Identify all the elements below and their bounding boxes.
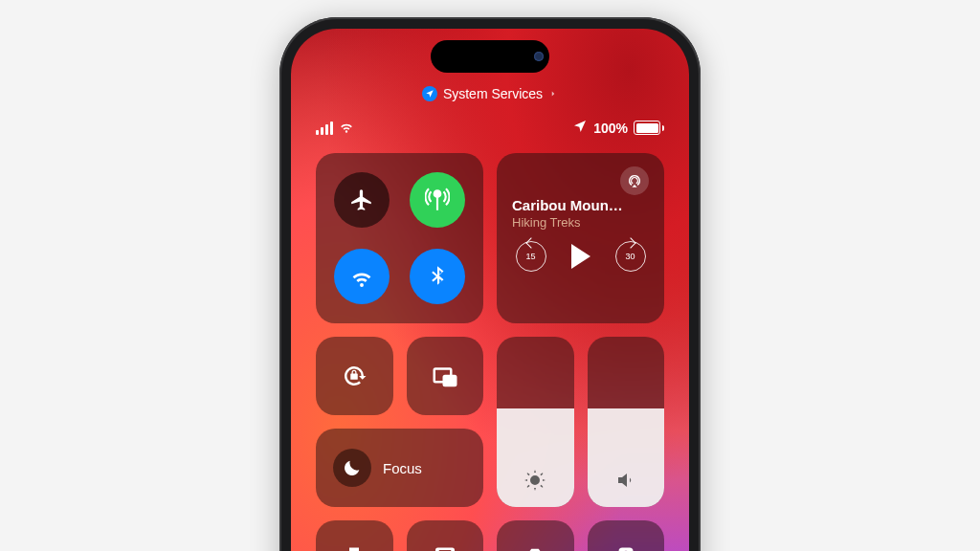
media-title: Caribou Moun… xyxy=(512,197,649,213)
airplane-icon xyxy=(349,187,374,212)
focus-button[interactable]: Focus xyxy=(316,429,483,507)
wifi-icon xyxy=(349,264,374,289)
screen-mirroring-button[interactable] xyxy=(407,337,484,415)
bluetooth-toggle[interactable] xyxy=(410,249,465,304)
cellular-signal-icon xyxy=(316,121,333,135)
status-bar: 100% xyxy=(316,119,664,137)
screen-mirroring-icon xyxy=(431,362,459,390)
focus-label: Focus xyxy=(383,460,422,476)
wifi-status-icon xyxy=(339,119,354,137)
moon-icon xyxy=(333,449,371,487)
brightness-slider[interactable] xyxy=(497,337,574,507)
wifi-toggle[interactable] xyxy=(334,249,390,304)
flashlight-button[interactable] xyxy=(316,520,393,551)
location-status-icon xyxy=(572,119,588,137)
chevron-right-icon xyxy=(548,86,558,101)
location-arrow-icon xyxy=(422,86,437,101)
camera-button[interactable] xyxy=(497,520,574,551)
skip-back-label: 15 xyxy=(525,252,535,261)
sun-icon xyxy=(523,469,546,492)
orientation-lock-toggle[interactable] xyxy=(316,337,393,415)
speaker-icon xyxy=(614,469,637,492)
orientation-lock-icon xyxy=(340,362,368,390)
airplay-icon xyxy=(627,173,642,188)
location-banner-label: System Services xyxy=(443,86,543,101)
play-button[interactable] xyxy=(571,244,590,269)
stage: System Services 100% xyxy=(0,0,980,551)
phone-frame: System Services 100% xyxy=(279,17,701,551)
tv-remote-icon xyxy=(612,545,640,551)
location-banner[interactable]: System Services xyxy=(291,86,689,101)
airplay-button[interactable] xyxy=(620,166,649,195)
control-center-grid: Caribou Moun… Hiking Treks 15 30 xyxy=(316,153,664,551)
now-playing-tile[interactable]: Caribou Moun… Hiking Treks 15 30 xyxy=(497,153,664,323)
connectivity-group[interactable] xyxy=(316,153,483,323)
dynamic-island xyxy=(431,40,549,73)
skip-forward-button[interactable]: 30 xyxy=(615,241,646,272)
skip-forward-label: 30 xyxy=(625,252,635,261)
cellular-data-toggle[interactable] xyxy=(410,172,465,228)
airplane-mode-toggle[interactable] xyxy=(334,172,390,228)
media-subtitle: Hiking Treks xyxy=(512,215,649,230)
skip-back-button[interactable]: 15 xyxy=(516,241,546,272)
control-center-screen: System Services 100% xyxy=(291,29,689,551)
flashlight-icon xyxy=(340,545,368,551)
calculator-icon xyxy=(431,545,459,551)
volume-slider[interactable] xyxy=(588,337,665,507)
camera-icon xyxy=(521,545,549,551)
calculator-button[interactable] xyxy=(407,520,484,551)
antenna-icon xyxy=(425,187,450,212)
battery-icon xyxy=(634,121,664,135)
bluetooth-icon xyxy=(425,264,450,289)
tv-remote-button[interactable] xyxy=(588,520,665,551)
battery-percent: 100% xyxy=(593,121,628,136)
